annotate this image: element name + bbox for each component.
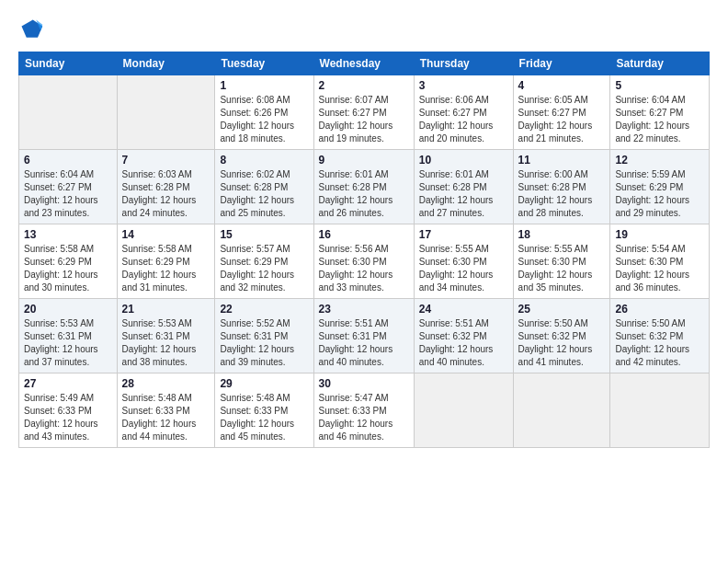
day-info: Sunrise: 5:49 AMSunset: 6:33 PMDaylight:…	[24, 392, 112, 443]
header	[18, 17, 710, 42]
day-info: Sunrise: 6:02 AMSunset: 6:28 PMDaylight:…	[220, 168, 308, 220]
day-info: Sunrise: 6:04 AMSunset: 6:27 PMDaylight:…	[615, 94, 704, 145]
day-number: 25	[518, 303, 606, 316]
day-number: 14	[122, 228, 210, 241]
day-info: Sunrise: 6:00 AMSunset: 6:28 PMDaylight:…	[518, 168, 606, 220]
logo-icon	[18, 17, 44, 42]
calendar-cell: 8Sunrise: 6:02 AMSunset: 6:28 PMDaylight…	[215, 150, 313, 224]
calendar-cell: 27Sunrise: 5:49 AMSunset: 6:33 PMDayligh…	[19, 373, 118, 448]
calendar-table: SundayMondayTuesdayWednesdayThursdayFrid…	[18, 52, 710, 448]
calendar-cell: 23Sunrise: 5:51 AMSunset: 6:31 PMDayligh…	[313, 299, 414, 373]
day-info: Sunrise: 5:53 AMSunset: 6:31 PMDaylight:…	[122, 317, 210, 369]
header-cell-tuesday: Tuesday	[215, 52, 313, 75]
day-number: 8	[220, 154, 308, 167]
calendar-cell: 25Sunrise: 5:50 AMSunset: 6:32 PMDayligh…	[513, 299, 610, 373]
day-info: Sunrise: 5:51 AMSunset: 6:31 PMDaylight:…	[319, 317, 409, 369]
day-number: 19	[615, 228, 704, 241]
day-info: Sunrise: 6:01 AMSunset: 6:28 PMDaylight:…	[319, 168, 409, 220]
calendar-cell: 5Sunrise: 6:04 AMSunset: 6:27 PMDaylight…	[610, 75, 710, 150]
day-number: 2	[319, 79, 409, 92]
header-cell-saturday: Saturday	[610, 52, 710, 75]
header-cell-sunday: Sunday	[19, 52, 118, 75]
calendar-cell: 24Sunrise: 5:51 AMSunset: 6:32 PMDayligh…	[414, 299, 513, 373]
day-info: Sunrise: 5:54 AMSunset: 6:30 PMDaylight:…	[615, 243, 704, 294]
calendar-cell: 15Sunrise: 5:57 AMSunset: 6:29 PMDayligh…	[215, 224, 313, 299]
week-row-5: 27Sunrise: 5:49 AMSunset: 6:33 PMDayligh…	[19, 373, 710, 448]
day-info: Sunrise: 6:01 AMSunset: 6:28 PMDaylight:…	[419, 168, 508, 220]
calendar-cell: 22Sunrise: 5:52 AMSunset: 6:31 PMDayligh…	[215, 299, 313, 373]
day-number: 11	[518, 154, 606, 167]
day-info: Sunrise: 5:52 AMSunset: 6:31 PMDaylight:…	[220, 317, 308, 369]
calendar-cell: 10Sunrise: 6:01 AMSunset: 6:28 PMDayligh…	[414, 150, 513, 224]
calendar-cell: 3Sunrise: 6:06 AMSunset: 6:27 PMDaylight…	[414, 75, 513, 150]
header-cell-thursday: Thursday	[414, 52, 513, 75]
calendar-cell: 19Sunrise: 5:54 AMSunset: 6:30 PMDayligh…	[610, 224, 710, 299]
day-number: 24	[419, 303, 508, 316]
calendar-cell	[117, 75, 215, 150]
calendar-cell: 20Sunrise: 5:53 AMSunset: 6:31 PMDayligh…	[19, 299, 118, 373]
logo	[18, 17, 48, 42]
day-info: Sunrise: 6:07 AMSunset: 6:27 PMDaylight:…	[319, 94, 409, 145]
day-number: 3	[419, 79, 508, 92]
calendar-cell: 30Sunrise: 5:47 AMSunset: 6:33 PMDayligh…	[313, 373, 414, 448]
day-number: 1	[220, 79, 308, 92]
day-info: Sunrise: 5:50 AMSunset: 6:32 PMDaylight:…	[518, 317, 606, 369]
calendar-cell	[414, 373, 513, 448]
day-info: Sunrise: 5:57 AMSunset: 6:29 PMDaylight:…	[220, 243, 308, 294]
day-number: 26	[615, 303, 704, 316]
day-number: 18	[518, 228, 606, 241]
day-info: Sunrise: 6:05 AMSunset: 6:27 PMDaylight:…	[518, 94, 606, 145]
calendar-cell	[19, 75, 118, 150]
day-number: 20	[24, 303, 112, 316]
day-info: Sunrise: 6:04 AMSunset: 6:27 PMDaylight:…	[24, 168, 112, 220]
calendar-cell	[513, 373, 610, 448]
day-number: 27	[24, 377, 112, 390]
day-info: Sunrise: 5:58 AMSunset: 6:29 PMDaylight:…	[24, 243, 112, 294]
header-cell-wednesday: Wednesday	[313, 52, 414, 75]
calendar-cell: 6Sunrise: 6:04 AMSunset: 6:27 PMDaylight…	[19, 150, 118, 224]
day-info: Sunrise: 5:48 AMSunset: 6:33 PMDaylight:…	[122, 392, 210, 443]
calendar-cell: 4Sunrise: 6:05 AMSunset: 6:27 PMDaylight…	[513, 75, 610, 150]
day-info: Sunrise: 5:55 AMSunset: 6:30 PMDaylight:…	[419, 243, 508, 294]
day-number: 28	[122, 377, 210, 390]
header-row: SundayMondayTuesdayWednesdayThursdayFrid…	[19, 52, 710, 75]
day-info: Sunrise: 6:03 AMSunset: 6:28 PMDaylight:…	[122, 168, 210, 220]
day-info: Sunrise: 6:06 AMSunset: 6:27 PMDaylight:…	[419, 94, 508, 145]
calendar-cell: 28Sunrise: 5:48 AMSunset: 6:33 PMDayligh…	[117, 373, 215, 448]
calendar-cell: 18Sunrise: 5:55 AMSunset: 6:30 PMDayligh…	[513, 224, 610, 299]
calendar-cell	[610, 373, 710, 448]
calendar-cell: 2Sunrise: 6:07 AMSunset: 6:27 PMDaylight…	[313, 75, 414, 150]
calendar-cell: 17Sunrise: 5:55 AMSunset: 6:30 PMDayligh…	[414, 224, 513, 299]
calendar-cell: 7Sunrise: 6:03 AMSunset: 6:28 PMDaylight…	[117, 150, 215, 224]
week-row-3: 13Sunrise: 5:58 AMSunset: 6:29 PMDayligh…	[19, 224, 710, 299]
calendar-cell: 26Sunrise: 5:50 AMSunset: 6:32 PMDayligh…	[610, 299, 710, 373]
day-info: Sunrise: 5:51 AMSunset: 6:32 PMDaylight:…	[419, 317, 508, 369]
calendar-cell: 13Sunrise: 5:58 AMSunset: 6:29 PMDayligh…	[19, 224, 118, 299]
day-info: Sunrise: 5:55 AMSunset: 6:30 PMDaylight:…	[518, 243, 606, 294]
day-number: 15	[220, 228, 308, 241]
day-number: 21	[122, 303, 210, 316]
header-cell-friday: Friday	[513, 52, 610, 75]
calendar-cell: 12Sunrise: 5:59 AMSunset: 6:29 PMDayligh…	[610, 150, 710, 224]
day-number: 29	[220, 377, 308, 390]
day-number: 7	[122, 154, 210, 167]
calendar-cell: 14Sunrise: 5:58 AMSunset: 6:29 PMDayligh…	[117, 224, 215, 299]
week-row-2: 6Sunrise: 6:04 AMSunset: 6:27 PMDaylight…	[19, 150, 710, 224]
calendar-cell: 11Sunrise: 6:00 AMSunset: 6:28 PMDayligh…	[513, 150, 610, 224]
calendar-cell: 9Sunrise: 6:01 AMSunset: 6:28 PMDaylight…	[313, 150, 414, 224]
day-info: Sunrise: 6:08 AMSunset: 6:26 PMDaylight:…	[220, 94, 308, 145]
day-number: 22	[220, 303, 308, 316]
day-number: 10	[419, 154, 508, 167]
day-number: 5	[615, 79, 704, 92]
day-info: Sunrise: 5:48 AMSunset: 6:33 PMDaylight:…	[220, 392, 308, 443]
header-cell-monday: Monday	[117, 52, 215, 75]
day-number: 17	[419, 228, 508, 241]
day-number: 12	[615, 154, 704, 167]
day-info: Sunrise: 5:53 AMSunset: 6:31 PMDaylight:…	[24, 317, 112, 369]
day-info: Sunrise: 5:47 AMSunset: 6:33 PMDaylight:…	[319, 392, 409, 443]
calendar-cell: 16Sunrise: 5:56 AMSunset: 6:30 PMDayligh…	[313, 224, 414, 299]
day-info: Sunrise: 5:56 AMSunset: 6:30 PMDaylight:…	[319, 243, 409, 294]
day-info: Sunrise: 5:58 AMSunset: 6:29 PMDaylight:…	[122, 243, 210, 294]
day-number: 9	[319, 154, 409, 167]
day-number: 6	[24, 154, 112, 167]
